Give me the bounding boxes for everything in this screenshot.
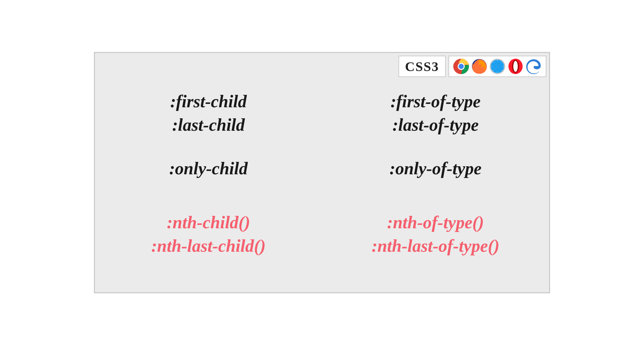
badge-row: CSS3 (398, 56, 546, 77)
column-left: :first-child :last-child :only-child :nt… (95, 90, 322, 279)
group-right-2: :nth-of-type() :nth-last-of-type() (322, 211, 549, 258)
selector-text: :last-of-type (322, 113, 549, 137)
panel: CSS3 (94, 52, 550, 293)
selector-text: :nth-last-of-type() (322, 234, 549, 258)
chrome-icon (453, 58, 469, 74)
group-right-1: :only-of-type (322, 157, 549, 180)
group-left-2: :nth-child() :nth-last-child() (95, 211, 322, 258)
browser-icons-badge (448, 56, 546, 77)
column-right: :first-of-type :last-of-type :only-of-ty… (322, 90, 549, 279)
svg-point-27 (513, 61, 518, 72)
css3-badge: CSS3 (398, 56, 446, 77)
group-right-0: :first-of-type :last-of-type (322, 90, 549, 137)
edge-icon (526, 58, 542, 74)
group-left-1: :only-child (95, 157, 322, 180)
css3-label: CSS3 (405, 59, 439, 74)
opera-icon (507, 58, 524, 74)
selector-text: :last-child (95, 113, 322, 137)
selectors-content: :first-child :last-child :only-child :nt… (95, 90, 549, 279)
selector-text: :only-of-type (322, 157, 549, 180)
selector-text: :nth-of-type() (322, 211, 549, 234)
selector-text: :first-child (95, 90, 322, 113)
safari-icon (489, 58, 505, 74)
selector-text: :only-child (95, 157, 322, 180)
slide: CSS3 (60, 34, 584, 328)
slide-stage: CSS3 (0, 0, 644, 362)
selector-text: :first-of-type (322, 90, 549, 113)
selector-text: :nth-child() (95, 211, 322, 234)
group-left-0: :first-child :last-child (95, 90, 322, 137)
svg-point-2 (459, 64, 464, 69)
selector-text: :nth-last-child() (95, 234, 322, 258)
firefox-icon (471, 58, 487, 74)
